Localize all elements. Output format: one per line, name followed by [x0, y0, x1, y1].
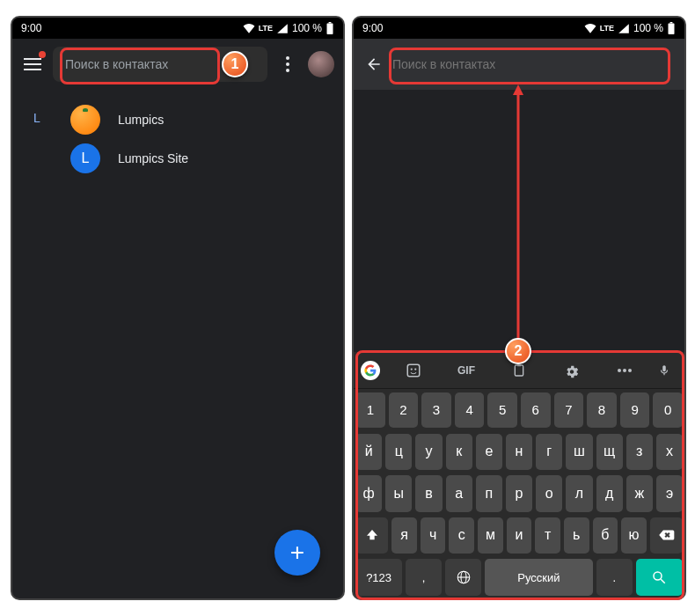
key-period[interactable]: .	[596, 559, 633, 596]
battery-icon	[326, 22, 334, 34]
search-icon	[651, 569, 667, 585]
key-space[interactable]: Русский	[485, 559, 593, 596]
key-4[interactable]: 4	[455, 392, 485, 428]
signal-icon	[276, 23, 289, 33]
key-letter[interactable]: щ	[596, 434, 623, 471]
profile-avatar[interactable]	[308, 51, 334, 77]
google-icon[interactable]	[361, 361, 380, 380]
key-5[interactable]: 5	[487, 392, 517, 428]
search-placeholder: Поиск в контактах	[65, 57, 168, 71]
key-letter[interactable]: с	[449, 517, 474, 554]
key-backspace[interactable]	[650, 517, 683, 554]
key-letter[interactable]: г	[536, 434, 562, 471]
wifi-icon	[243, 23, 255, 33]
search-bar[interactable]: Поиск в контактах	[53, 47, 267, 82]
key-letter[interactable]: п	[476, 475, 502, 512]
svg-rect-7	[407, 364, 420, 377]
svg-rect-10	[515, 365, 523, 376]
key-language[interactable]	[445, 559, 481, 596]
contact-row[interactable]: Lumpics	[12, 100, 343, 139]
battery-percent: 100 %	[633, 22, 663, 34]
svg-point-2	[286, 56, 289, 60]
keyboard-number-row: 1 2 3 4 5 6 7 8 9 0	[354, 389, 684, 431]
key-letter[interactable]: я	[391, 517, 417, 554]
hamburger-icon	[24, 58, 41, 70]
key-letter[interactable]: о	[536, 475, 562, 512]
key-letter[interactable]: е	[476, 434, 502, 471]
contact-row[interactable]: L Lumpics Site	[12, 139, 343, 178]
key-3[interactable]: 3	[421, 392, 451, 428]
key-letter[interactable]: в	[415, 475, 442, 512]
key-letter[interactable]: и	[507, 517, 532, 554]
status-time: 9:00	[21, 22, 41, 34]
key-letter[interactable]: ф	[355, 475, 382, 512]
contact-name: Lumpics	[118, 113, 164, 127]
gif-button[interactable]: GIF	[440, 364, 493, 377]
svg-rect-11	[517, 363, 521, 366]
key-letter[interactable]: м	[478, 517, 503, 554]
key-2[interactable]: 2	[389, 392, 419, 428]
back-button[interactable]	[362, 55, 385, 73]
key-letter[interactable]: д	[596, 475, 623, 512]
clipboard-icon	[512, 363, 526, 378]
key-letter[interactable]: л	[566, 475, 592, 512]
key-letter[interactable]: т	[535, 517, 560, 554]
search-input[interactable]	[392, 57, 676, 71]
key-search[interactable]	[636, 559, 683, 596]
contacts-list: Lumpics L Lumpics Site	[12, 90, 343, 178]
key-letter[interactable]: н	[506, 434, 532, 471]
key-9[interactable]: 9	[620, 392, 650, 428]
arrow-back-icon	[365, 55, 383, 73]
svg-rect-6	[670, 22, 673, 23]
key-letter[interactable]: а	[446, 475, 472, 512]
svg-line-19	[662, 579, 666, 583]
key-letter[interactable]: ю	[621, 517, 647, 554]
key-letter[interactable]: ц	[385, 434, 412, 471]
key-letter[interactable]: ч	[421, 517, 446, 554]
key-shift[interactable]	[355, 517, 388, 554]
key-letter[interactable]: р	[506, 475, 532, 512]
svg-point-4	[286, 69, 289, 72]
add-contact-fab[interactable]: +	[274, 530, 320, 576]
settings-button[interactable]	[545, 363, 598, 378]
keyboard: GIF 1 2 3 4 5 6 7 8 9 0	[354, 352, 684, 598]
key-letter[interactable]: й	[355, 434, 382, 471]
backspace-icon	[657, 529, 675, 541]
key-letter[interactable]: ш	[566, 434, 592, 471]
overflow-menu-button[interactable]	[276, 56, 299, 72]
key-6[interactable]: 6	[521, 392, 551, 428]
mic-button[interactable]	[651, 363, 677, 378]
key-letter[interactable]: б	[593, 517, 618, 554]
key-1[interactable]: 1	[355, 392, 385, 428]
phone-left: 9:00 LTE 100 % Поиск в контактах L Lumpi…	[11, 16, 345, 600]
key-letter[interactable]: з	[626, 434, 653, 471]
key-letter[interactable]: ж	[626, 475, 653, 512]
signal-icon	[618, 23, 630, 33]
svg-rect-5	[669, 23, 675, 34]
svg-point-13	[623, 369, 626, 372]
more-vert-icon	[286, 56, 289, 72]
key-letter[interactable]: э	[656, 475, 683, 512]
key-letter[interactable]: к	[446, 434, 472, 471]
more-button[interactable]	[598, 368, 651, 373]
key-letter[interactable]: ы	[385, 475, 412, 512]
key-0[interactable]: 0	[653, 392, 683, 428]
key-comma[interactable]: ,	[406, 559, 442, 596]
key-letter[interactable]: ь	[564, 517, 589, 554]
status-bar: 9:00 LTE 100 %	[12, 18, 343, 39]
clipboard-button[interactable]	[493, 363, 545, 378]
svg-rect-1	[329, 22, 332, 23]
sticker-button[interactable]	[387, 363, 440, 378]
key-7[interactable]: 7	[554, 392, 584, 428]
wifi-icon	[584, 23, 596, 33]
key-letter[interactable]: х	[656, 434, 683, 471]
battery-icon	[667, 22, 676, 34]
notification-dot-icon	[39, 51, 46, 58]
key-letter[interactable]: у	[415, 434, 442, 471]
hamburger-menu-button[interactable]	[21, 53, 44, 76]
keyboard-bottom-row: ?123 , Русский .	[354, 556, 684, 598]
key-symbols[interactable]: ?123	[355, 559, 402, 596]
key-8[interactable]: 8	[587, 392, 617, 428]
svg-point-8	[411, 368, 413, 370]
lte-label: LTE	[259, 24, 273, 33]
